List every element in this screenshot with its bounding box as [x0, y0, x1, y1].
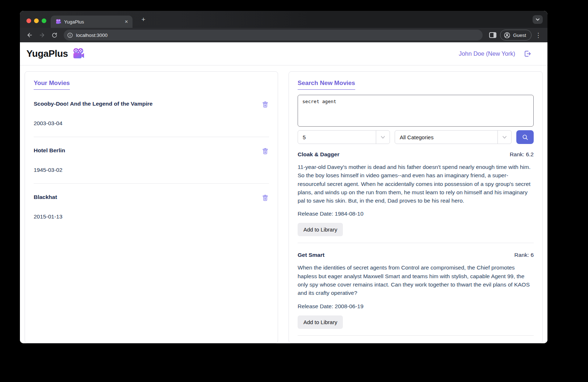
guest-avatar-icon: [504, 32, 511, 39]
user-profile-link[interactable]: John Doe (New York): [459, 50, 515, 57]
divider: [34, 183, 269, 184]
movie-release-date: 1945-03-02: [34, 167, 269, 173]
brand: YugaPlus: [26, 48, 85, 59]
tab-overflow-button[interactable]: [533, 15, 543, 24]
delete-movie-trash-icon[interactable]: [261, 147, 269, 155]
forward-button[interactable]: [37, 30, 47, 40]
side-panel-icon: [489, 32, 496, 38]
reload-button[interactable]: [49, 30, 59, 40]
zoom-window-button[interactable]: [42, 18, 46, 23]
search-result: Cloak & Dagger Rank: 6.2: [298, 151, 534, 158]
chevron-down-icon: [536, 18, 540, 21]
result-description: When the identities of secret agents fro…: [298, 263, 534, 297]
url-text: localhost:3000: [76, 33, 108, 38]
result-rank: Rank: 6.2: [510, 151, 534, 158]
delete-movie-trash-icon[interactable]: [261, 101, 269, 109]
tab-title: YugaPlus: [64, 19, 121, 25]
browser-menu-button[interactable]: ⋮: [534, 31, 543, 39]
tab-close-icon[interactable]: ✕: [124, 19, 129, 25]
logout-icon[interactable]: [523, 50, 532, 58]
result-description: 11-year-old Davey's mother is dead and h…: [298, 163, 534, 205]
browser-tab-yugaplus[interactable]: YugaPlus ✕: [51, 16, 133, 28]
category-select[interactable]: All Categories: [395, 130, 512, 144]
limit-selected-value: 5: [303, 134, 306, 140]
search-button[interactable]: [516, 130, 534, 144]
browser-toolbar: localhost:3000 Guest ⋮: [20, 28, 547, 42]
movie-title: Hotel Berlin: [34, 147, 65, 154]
add-to-library-button[interactable]: Add to Library: [298, 315, 343, 329]
side-panel-button[interactable]: [488, 30, 498, 40]
result-title: Get Smart: [298, 252, 324, 258]
search-result: Get Smart Rank: 6: [298, 252, 534, 258]
chevron-down-icon: [497, 131, 511, 144]
divider: [298, 243, 534, 243]
yugaplus-page: YugaPlus John Doe (New York): [20, 42, 547, 343]
main-content: Your Movies Scooby-Doo! And the Legend o…: [20, 65, 547, 343]
tab-favicon-movie-camera-icon: [55, 19, 61, 25]
result-rank: Rank: 6: [514, 252, 534, 258]
movie-title: Scooby-Doo! And the Legend of the Vampir…: [34, 101, 152, 107]
user-area: John Doe (New York): [459, 50, 532, 58]
category-selected-value: All Categories: [400, 134, 433, 140]
your-movies-heading: Your Movies: [34, 80, 70, 90]
movie-release-date: 2015-01-13: [34, 213, 269, 220]
search-icon: [522, 134, 529, 141]
result-limit-select[interactable]: 5: [298, 130, 390, 144]
app-header: YugaPlus John Doe (New York): [20, 42, 547, 65]
chevron-down-icon: [376, 131, 390, 144]
library-movie-row: Blackhat: [34, 194, 269, 202]
address-bar[interactable]: localhost:3000: [64, 30, 483, 41]
new-tab-button[interactable]: +: [139, 16, 147, 24]
result-title: Cloak & Dagger: [298, 151, 339, 158]
search-controls: 5 All Categories: [298, 130, 534, 144]
profile-button[interactable]: Guest: [500, 30, 532, 41]
tab-strip: YugaPlus ✕ +: [20, 11, 547, 28]
add-to-library-button[interactable]: Add to Library: [298, 223, 343, 236]
your-movies-panel: Your Movies Scooby-Doo! And the Legend o…: [25, 71, 278, 343]
movie-release-date: 2003-03-04: [34, 120, 269, 127]
browser-window: YugaPlus ✕ +: [20, 11, 547, 343]
traffic-lights: [26, 18, 46, 23]
minimize-window-button[interactable]: [34, 18, 39, 23]
result-release-date: Release Date: 2008-06-19: [298, 303, 534, 310]
delete-movie-trash-icon[interactable]: [261, 194, 269, 202]
movie-camera-icon: [72, 48, 85, 59]
site-info-icon[interactable]: [67, 32, 73, 38]
result-release-date: Release Date: 1984-08-10: [298, 211, 534, 217]
movie-title: Blackhat: [34, 194, 57, 200]
divider: [298, 335, 534, 336]
library-movie-row: Scooby-Doo! And the Legend of the Vampir…: [34, 101, 269, 109]
guest-label: Guest: [513, 33, 526, 38]
search-movies-panel: Search New Movies secret agent 5 All Cat…: [289, 71, 543, 343]
search-movies-heading: Search New Movies: [298, 80, 355, 90]
back-button[interactable]: [25, 30, 35, 40]
brand-name: YugaPlus: [26, 48, 68, 59]
library-movie-row: Hotel Berlin: [34, 147, 269, 155]
search-query-input[interactable]: secret agent: [298, 95, 534, 127]
divider: [34, 137, 269, 137]
close-window-button[interactable]: [26, 18, 31, 23]
